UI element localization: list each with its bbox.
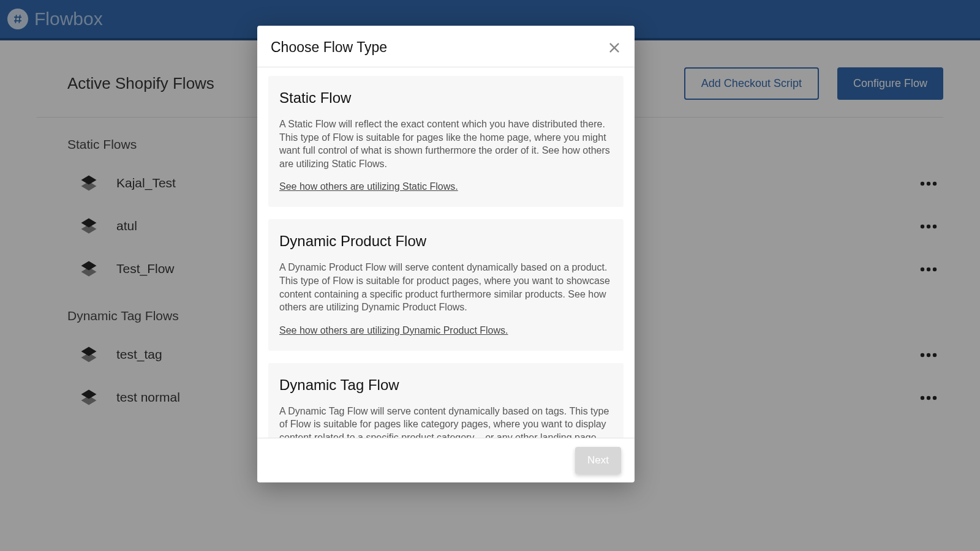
next-button[interactable]: Next [575,447,621,474]
modal-footer: Next [257,438,635,482]
close-icon[interactable] [608,41,621,54]
option-description: A Dynamic Product Flow will serve conten… [279,261,612,313]
flow-type-option-dynamic-product[interactable]: Dynamic Product Flow A Dynamic Product F… [268,219,624,350]
option-title: Dynamic Tag Flow [279,377,612,394]
option-title: Static Flow [279,89,612,107]
flow-type-option-dynamic-tag[interactable]: Dynamic Tag Flow A Dynamic Tag Flow will… [268,363,624,438]
flow-type-option-static[interactable]: Static Flow A Static Flow will reflect t… [268,76,624,207]
option-learn-more-link[interactable]: See how others are utilizing Dynamic Pro… [279,325,508,335]
modal-body[interactable]: Static Flow A Static Flow will reflect t… [257,67,635,438]
option-learn-more-link[interactable]: See how others are utilizing Static Flow… [279,181,458,192]
option-description: A Dynamic Tag Flow will serve content dy… [279,405,612,438]
modal-title: Choose Flow Type [271,39,387,56]
modal-header: Choose Flow Type [257,26,635,67]
choose-flow-type-modal: Choose Flow Type Static Flow A Static Fl… [257,26,635,482]
option-title: Dynamic Product Flow [279,233,612,250]
option-description: A Static Flow will reflect the exact con… [279,118,612,170]
